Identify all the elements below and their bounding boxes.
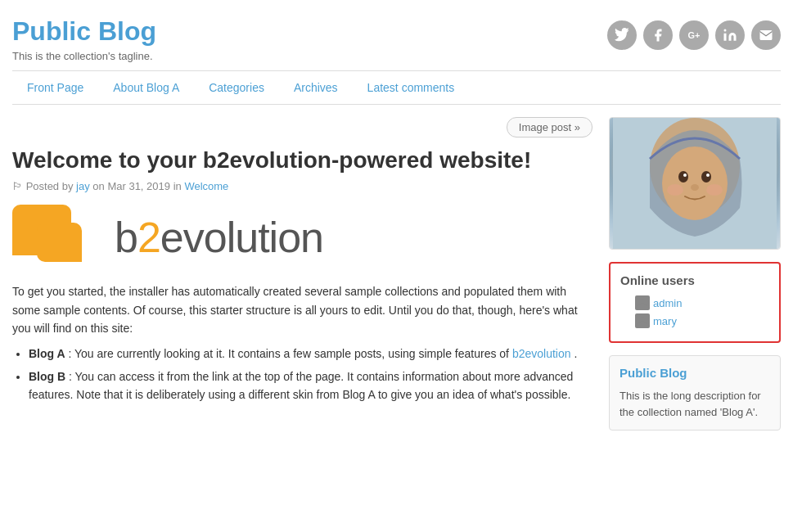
svg-point-12 bbox=[640, 317, 645, 322]
post-intro: To get you started, the installer has au… bbox=[12, 282, 592, 337]
mary-avatar bbox=[635, 313, 650, 328]
navigation: Front Page About Blog A Categories Archi… bbox=[12, 70, 781, 105]
b2evo-brand-text: b2evolution bbox=[115, 213, 323, 262]
mary-link[interactable]: mary bbox=[653, 315, 677, 327]
online-users-widget: Online users admin mary bbox=[609, 262, 781, 343]
in-label: in bbox=[173, 180, 185, 192]
b2evolution-logo: b2evolution bbox=[12, 205, 592, 270]
svg-point-3 bbox=[662, 147, 728, 220]
site-tagline: This is the collection's tagline. bbox=[12, 50, 156, 62]
online-users-title: Online users bbox=[620, 273, 769, 287]
sidebar-image-widget bbox=[609, 117, 781, 250]
blog-a-label: Blog A bbox=[29, 347, 65, 360]
sidebar: Online users admin mary bbox=[609, 117, 781, 431]
nav-latest-comments[interactable]: Latest comments bbox=[353, 71, 470, 104]
list-item: Blog B : You can access it from the link… bbox=[29, 367, 592, 404]
post-list: Blog A : You are currently looking at it… bbox=[12, 345, 592, 404]
post-meta: 🏳 Posted by jay on Mar 31, 2019 in Welco… bbox=[12, 180, 592, 192]
nav-front-page[interactable]: Front Page bbox=[12, 71, 98, 104]
svg-point-5 bbox=[701, 171, 711, 183]
svg-point-10 bbox=[706, 184, 723, 196]
svg-point-7 bbox=[706, 174, 710, 177]
author-link[interactable]: jay bbox=[76, 180, 90, 192]
baby-photo bbox=[610, 118, 780, 249]
twitter-icon[interactable] bbox=[607, 20, 637, 50]
public-blog-desc: This is the long description for the col… bbox=[620, 388, 770, 420]
list-item: Blog A : You are currently looking at it… bbox=[29, 345, 592, 363]
svg-point-4 bbox=[678, 171, 688, 183]
category-link[interactable]: Welcome bbox=[184, 180, 228, 192]
on-label: on bbox=[92, 180, 107, 192]
admin-link[interactable]: admin bbox=[653, 297, 682, 309]
online-user-item: mary bbox=[635, 313, 769, 328]
image-post-link[interactable]: Image post » bbox=[507, 117, 592, 138]
post-title: Welcome to your b2evolution-powered webs… bbox=[12, 146, 592, 175]
social-icons-group: G+ bbox=[607, 20, 781, 50]
email-icon[interactable] bbox=[751, 20, 781, 50]
public-blog-widget: Public Blog This is the long description… bbox=[609, 355, 781, 431]
svg-point-9 bbox=[667, 184, 683, 196]
blog-b-label: Blog B bbox=[29, 370, 65, 383]
post-body: To get you started, the installer has au… bbox=[12, 282, 592, 404]
svg-point-11 bbox=[640, 299, 645, 304]
period: . bbox=[574, 347, 577, 360]
nav-categories[interactable]: Categories bbox=[194, 71, 279, 104]
nav-archives[interactable]: Archives bbox=[279, 71, 353, 104]
linkedin-icon[interactable] bbox=[715, 20, 745, 50]
blog-a-text: : You are currently looking at it. It co… bbox=[68, 347, 511, 360]
flag-icon: 🏳 bbox=[12, 180, 23, 192]
googleplus-icon[interactable]: G+ bbox=[679, 20, 709, 50]
admin-avatar bbox=[635, 295, 650, 310]
online-user-item: admin bbox=[635, 295, 769, 310]
public-blog-widget-title: Public Blog bbox=[620, 366, 770, 380]
online-users-list: admin mary bbox=[620, 295, 769, 328]
site-title: Public Blog bbox=[12, 16, 156, 47]
facebook-icon[interactable] bbox=[643, 20, 673, 50]
blog-b-text: : You can access it from the link at the… bbox=[29, 370, 573, 401]
svg-point-8 bbox=[691, 184, 699, 191]
svg-point-6 bbox=[683, 174, 687, 177]
svg-point-0 bbox=[724, 29, 727, 32]
posted-by-label: Posted by bbox=[26, 180, 74, 192]
b2evolution-link[interactable]: b2evolution bbox=[512, 347, 571, 360]
post-date: Mar 31, 2019 bbox=[107, 180, 170, 192]
main-content: Image post » Welcome to your b2evolution… bbox=[12, 117, 592, 431]
nav-about-blog[interactable]: About Blog A bbox=[98, 71, 194, 104]
